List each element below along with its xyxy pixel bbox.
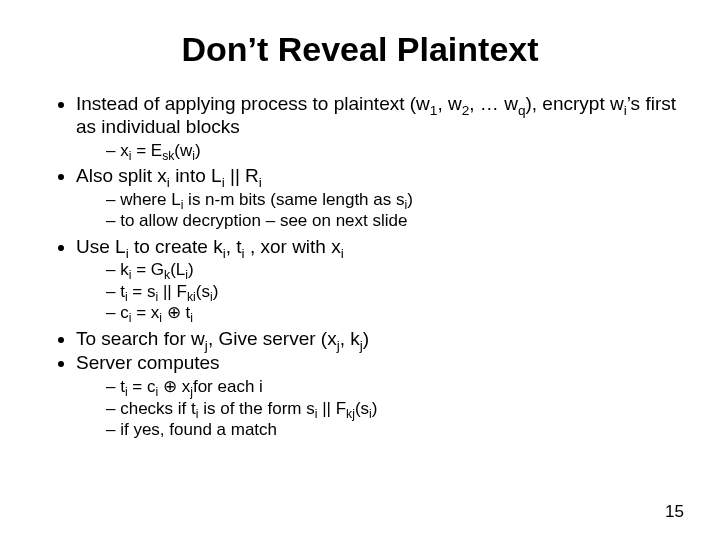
bullet-2-sub-2: to allow decryption – see on next slide <box>106 211 680 231</box>
bullet-3-sub-1: ki = Gk(Li) <box>106 260 680 280</box>
bullet-4: To search for wj, Give server (xj, kj) <box>76 328 680 351</box>
bullet-3-sub-2: ti = si || Fki(si) <box>106 282 680 302</box>
bullet-3: Use Li to create ki, ti , xor with xi <box>76 236 680 259</box>
bullet-5: Server computes <box>76 352 680 375</box>
bullet-1-sub-1: xi = Esk(wi) <box>106 141 680 161</box>
page-number: 15 <box>665 502 684 522</box>
bullet-5-sub-1: ti = ci ⊕ xjfor each i <box>106 377 680 397</box>
bullet-5-sub-2: checks if ti is of the form si || Fkj(si… <box>106 399 680 419</box>
bullet-2-sub-1: where Li is n-m bits (same length as si) <box>106 190 680 210</box>
slide-title: Don’t Reveal Plaintext <box>40 30 680 69</box>
bullet-2: Also split xi into Li || Ri <box>76 165 680 188</box>
bullet-3-sub-3: ci = xi ⊕ ti <box>106 303 680 323</box>
bullet-5-sub-3: if yes, found a match <box>106 420 680 440</box>
bullet-list: Instead of applying process to plaintext… <box>40 93 680 440</box>
bullet-1: Instead of applying process to plaintext… <box>76 93 680 139</box>
